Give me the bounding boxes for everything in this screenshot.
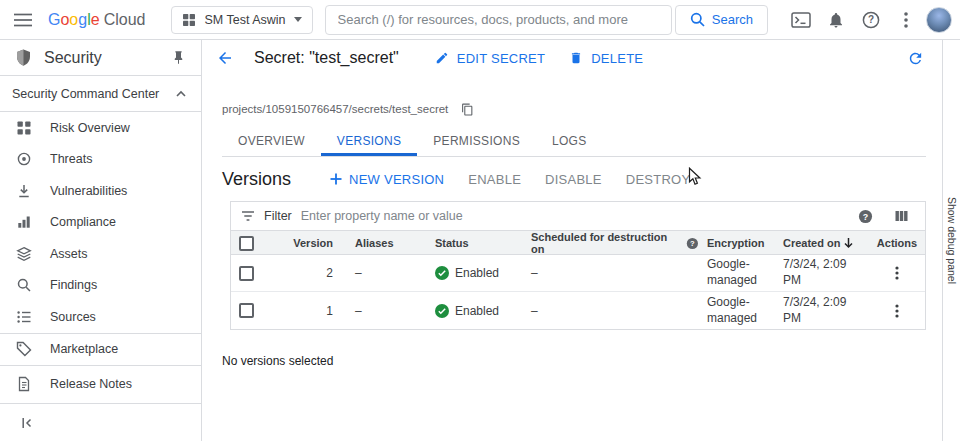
sidebar-item-vulnerabilities[interactable]: Vulnerabilities: [0, 175, 201, 207]
debug-panel-label: Show debug panel: [946, 197, 958, 284]
tab-versions[interactable]: VERSIONS: [321, 128, 417, 156]
project-icon: [182, 13, 196, 27]
svg-text:?: ?: [862, 211, 867, 221]
filter-icon: [241, 209, 255, 223]
show-debug-panel-toggle[interactable]: Show debug panel: [942, 40, 960, 441]
logo-letter: o: [69, 11, 78, 29]
main-panel: Secret: "test_secret" EDIT SECRET DELETE…: [202, 40, 942, 441]
disable-button[interactable]: DISABLE: [534, 166, 613, 193]
status-enabled-icon: [435, 266, 449, 280]
new-version-button[interactable]: NEW VERSION: [319, 166, 455, 193]
copy-button[interactable]: [457, 99, 477, 119]
sidebar-item-label: Findings: [50, 278, 97, 292]
help-circle-icon[interactable]: ?: [686, 237, 699, 250]
help-button[interactable]: ?: [856, 5, 886, 35]
sidebar-item-label: Risk Overview: [50, 121, 130, 135]
scheduled-cell: –: [515, 304, 699, 318]
column-header-aliases: Aliases: [339, 237, 419, 249]
back-arrow-icon: [216, 49, 234, 67]
sidebar-footer: [0, 403, 201, 441]
compliance-icon: [16, 214, 32, 230]
enable-button[interactable]: ENABLE: [457, 166, 532, 193]
sidebar-item-findings[interactable]: Findings: [0, 270, 201, 302]
sort-descending-icon: [843, 237, 854, 249]
product-title[interactable]: Security: [44, 49, 154, 67]
status-label: Enabled: [455, 266, 499, 280]
menu-button[interactable]: [8, 5, 38, 35]
sidebar-item-label: Sources: [50, 310, 96, 324]
cloud-shell-button[interactable]: [786, 5, 816, 35]
avatar[interactable]: [926, 7, 952, 33]
sidebar-item-assets[interactable]: Assets: [0, 238, 201, 270]
tab-permissions[interactable]: PERMISSIONS: [417, 128, 536, 156]
edit-secret-button[interactable]: EDIT SECRET: [425, 45, 555, 72]
created-on-cell: 7/3/24, 2:09 PM: [783, 295, 869, 326]
content-area: projects/1059150766457/secrets/test_secr…: [202, 76, 942, 441]
sidebar-item-compliance[interactable]: Compliance: [0, 207, 201, 239]
search-button[interactable]: Search: [675, 5, 768, 35]
collapse-sidebar-button[interactable]: [13, 408, 43, 438]
column-header-label: Scheduled for destruction on: [531, 231, 681, 255]
refresh-button[interactable]: [900, 43, 930, 73]
edit-secret-label: EDIT SECRET: [457, 51, 545, 66]
filter-help-button[interactable]: ?: [855, 206, 875, 226]
sidebar-item-threats[interactable]: Threats: [0, 144, 201, 176]
column-header-status: Status: [419, 237, 515, 249]
hamburger-icon: [14, 13, 32, 27]
column-header-created-on[interactable]: Created on: [783, 236, 869, 250]
vulnerabilities-icon: [16, 183, 32, 199]
sidebar-item-label: Threats: [50, 152, 92, 166]
status-label: Enabled: [455, 304, 499, 318]
select-all-checkbox[interactable]: [239, 236, 254, 251]
row-actions-button[interactable]: [882, 296, 912, 326]
chevron-down-icon: [294, 17, 302, 22]
table-header-row: Version Aliases Status Scheduled for des…: [231, 231, 925, 255]
sidebar-item-label: Assets: [50, 247, 88, 261]
disable-label: DISABLE: [545, 172, 602, 187]
kebab-menu-icon: [895, 304, 899, 318]
sidebar-item-sources[interactable]: Sources: [0, 301, 201, 333]
bell-icon: [827, 11, 845, 29]
google-cloud-logo[interactable]: Google Cloud: [48, 11, 145, 29]
destroy-button[interactable]: DESTROY: [615, 166, 702, 193]
page-appbar: Secret: "test_secret" EDIT SECRET DELETE: [202, 40, 942, 76]
sidebar-item-label: Release Notes: [50, 377, 132, 391]
row-actions-button[interactable]: [882, 258, 912, 288]
pencil-icon: [435, 51, 449, 65]
more-options-button[interactable]: [891, 5, 921, 35]
collapse-left-icon: [20, 415, 36, 431]
filter-bar[interactable]: Filter ?: [231, 202, 925, 231]
filter-input[interactable]: [301, 209, 846, 223]
tab-logs[interactable]: LOGS: [536, 128, 603, 156]
tab-overview[interactable]: OVERVIEW: [222, 128, 321, 156]
notifications-button[interactable]: [821, 5, 851, 35]
row-checkbox[interactable]: [239, 266, 254, 281]
row-checkbox[interactable]: [239, 303, 254, 318]
sidebar-section-security-command-center[interactable]: Security Command Center: [0, 76, 201, 112]
sidebar-item-risk-overview[interactable]: Risk Overview: [0, 112, 201, 144]
search-input[interactable]: [325, 5, 672, 35]
logo-letter: e: [91, 11, 100, 29]
column-display-button[interactable]: [891, 206, 911, 226]
chevron-up-icon: [175, 88, 187, 100]
tab-label: LOGS: [552, 134, 587, 148]
sidebar-nav: Risk Overview Threats Vulnerabilities Co…: [0, 112, 201, 333]
delete-button[interactable]: DELETE: [559, 45, 653, 72]
sidebar-item-label: Marketplace: [50, 342, 118, 356]
search-bar: Search: [325, 5, 768, 35]
refresh-icon: [907, 50, 924, 67]
versions-table: Filter ? Version Aliases S: [230, 201, 926, 330]
top-navigation-bar: Google Cloud SM Test Aswin Search ?: [0, 0, 960, 40]
back-button[interactable]: [210, 43, 240, 73]
sidebar-item-marketplace[interactable]: Marketplace: [0, 334, 201, 366]
help-circle-icon: ?: [858, 209, 873, 224]
sidebar-item-label: Vulnerabilities: [50, 184, 127, 198]
pin-button[interactable]: [165, 45, 191, 71]
delete-label: DELETE: [591, 51, 643, 66]
column-header-actions: Actions: [869, 237, 925, 249]
column-header-encryption: Encryption: [699, 236, 783, 250]
project-selector[interactable]: SM Test Aswin: [171, 6, 312, 34]
status-cell: Enabled: [419, 304, 515, 318]
sidebar-item-release-notes[interactable]: Release Notes: [0, 366, 201, 402]
logo-letter: o: [60, 11, 69, 29]
